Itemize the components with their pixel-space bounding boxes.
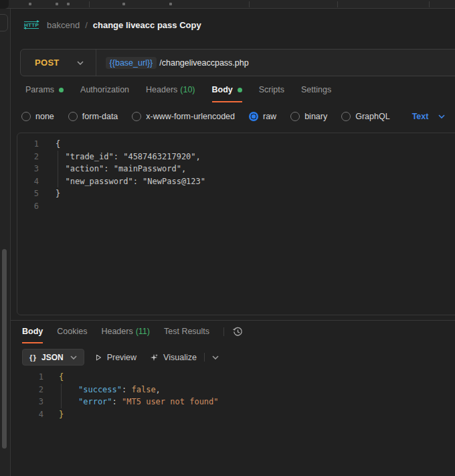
toolbar-divider xyxy=(204,353,205,362)
raw-format-selector[interactable]: Text xyxy=(412,112,446,121)
radio-selected-icon[interactable] xyxy=(249,112,258,121)
tab-status-dot xyxy=(238,88,242,92)
line-content: "success": false, xyxy=(59,384,161,396)
history-clock-icon[interactable] xyxy=(232,326,244,337)
tab-icon-dot xyxy=(56,3,58,5)
code-token: "success" xyxy=(78,385,122,394)
chevron-down-icon xyxy=(77,61,84,65)
toolbar-more-chevron-icon[interactable] xyxy=(212,355,219,360)
response-section-divider xyxy=(11,320,455,321)
tab-label: Settings xyxy=(301,85,331,94)
tab-count-badge: (10) xyxy=(180,85,195,94)
method-selector[interactable]: POST xyxy=(21,58,96,68)
code-token: : xyxy=(122,385,131,394)
tab-label: Body xyxy=(22,327,43,336)
url-path: /changeliveaccpass.php xyxy=(159,58,248,68)
tab-icon-dot xyxy=(122,3,125,5)
radio-icon[interactable] xyxy=(132,112,141,121)
line-number: 1 xyxy=(17,138,39,151)
code-token: "error" xyxy=(78,397,112,406)
line-number: 1 xyxy=(11,371,43,384)
tab-label: Test Results xyxy=(164,327,209,336)
code-token: { xyxy=(56,139,60,149)
http-request-icon: HTTP xyxy=(23,21,39,29)
method-label: POST xyxy=(35,58,60,68)
response-body-editor[interactable]: 1{2"success": false,3"error": "MT5 user … xyxy=(11,371,455,420)
body-type-x-www-form-urlencoded[interactable]: x-www-form-urlencoded xyxy=(132,112,235,121)
radio-icon[interactable] xyxy=(341,112,351,121)
breadcrumb-separator: / xyxy=(85,20,88,30)
body-type-binary[interactable]: binary xyxy=(290,112,327,121)
tab-label: Scripts xyxy=(259,85,284,94)
radio-icon[interactable] xyxy=(290,112,300,121)
tab-scripts[interactable]: Scripts xyxy=(259,85,284,102)
code-line: 5} xyxy=(17,187,455,200)
tab-params[interactable]: Params xyxy=(25,85,64,102)
tab-divider xyxy=(89,1,90,7)
line-number: 3 xyxy=(17,163,39,175)
visualize-button[interactable]: Visualize xyxy=(149,353,197,362)
line-number: 4 xyxy=(17,175,39,188)
response-tab-headers[interactable]: Headers(11) xyxy=(101,327,150,343)
tab-authorization[interactable]: Authorization xyxy=(80,85,129,102)
sidebar-button[interactable] xyxy=(0,14,8,31)
tab-icon-dot xyxy=(169,3,172,5)
sparkle-icon xyxy=(149,353,159,362)
left-sidebar xyxy=(0,9,11,476)
url-input[interactable]: {{base_url}} /changeliveaccpass.php xyxy=(96,57,249,69)
preview-label: Preview xyxy=(107,353,136,362)
line-content: "new_password": "NewPass@123" xyxy=(56,175,205,188)
tab-label: Cookies xyxy=(57,327,87,336)
tab-label: Params xyxy=(25,85,54,94)
response-format-dropdown[interactable]: {} JSON xyxy=(22,349,84,366)
line-content: } xyxy=(59,408,64,421)
breadcrumb-collection[interactable]: bakcend xyxy=(47,20,80,30)
response-tab-test-results[interactable]: Test Results xyxy=(164,327,209,343)
chevron-down-icon xyxy=(70,355,77,360)
tab-divider xyxy=(249,1,250,7)
response-tabs-divider xyxy=(223,327,224,336)
body-type-raw[interactable]: raw xyxy=(249,112,276,121)
body-type-none[interactable]: none xyxy=(21,112,54,121)
code-token: "MT5 user not found" xyxy=(122,397,219,406)
code-token: false xyxy=(131,385,155,394)
line-content: { xyxy=(59,371,64,384)
corner-decoration xyxy=(0,0,9,9)
response-tabs: BodyCookiesHeaders(11)Test Results xyxy=(11,327,455,344)
code-line: 3"action": "mainPassword", xyxy=(17,163,455,175)
body-type-row: noneform-datax-www-form-urlencodedrawbin… xyxy=(11,108,455,125)
body-type-form-data[interactable]: form-data xyxy=(68,112,118,121)
code-token: "new_password": "NewPass@123" xyxy=(66,177,206,186)
indent-guide xyxy=(58,163,58,175)
radio-icon[interactable] xyxy=(68,112,78,121)
response-tab-cookies[interactable]: Cookies xyxy=(57,327,87,343)
code-line: 2"success": false, xyxy=(11,384,455,396)
tab-divider xyxy=(429,1,430,7)
tab-status-dot xyxy=(59,88,64,92)
radio-icon[interactable] xyxy=(21,112,31,121)
body-type-graphql[interactable]: GraphQL xyxy=(341,112,389,121)
request-body-editor[interactable]: 1{2"trade_id": "4587463217920",3"action"… xyxy=(17,133,455,315)
line-content: "error": "MT5 user not found" xyxy=(59,396,219,408)
preview-button[interactable]: Preview xyxy=(94,353,136,362)
response-tab-body[interactable]: Body xyxy=(22,327,43,343)
tab-label: Headers xyxy=(101,327,132,336)
body-type-label: x-www-form-urlencoded xyxy=(146,112,235,121)
app-window: HTTP bakcend / change liveacc pass Copy … xyxy=(0,0,455,476)
request-panel: HTTP bakcend / change liveacc pass Copy … xyxy=(11,9,455,476)
workspace-tab-strip[interactable] xyxy=(0,0,455,9)
url-variable-pill[interactable]: {{base_url}} xyxy=(106,57,157,69)
breadcrumb-request-name[interactable]: change liveacc pass Copy xyxy=(93,20,201,30)
tab-headers[interactable]: Headers(10) xyxy=(146,85,195,102)
play-icon xyxy=(94,353,102,362)
sidebar-scrollbar-thumb[interactable] xyxy=(2,249,7,449)
line-content: } xyxy=(56,187,60,200)
tab-body[interactable]: Body xyxy=(212,85,242,102)
tab-settings[interactable]: Settings xyxy=(301,85,331,102)
indent-guide xyxy=(61,396,62,408)
line-number: 2 xyxy=(11,384,43,396)
code-line: 4} xyxy=(11,408,455,421)
indent-guide xyxy=(58,151,58,163)
tab-label: Headers xyxy=(146,85,177,94)
response-format-label: JSON xyxy=(41,353,64,362)
